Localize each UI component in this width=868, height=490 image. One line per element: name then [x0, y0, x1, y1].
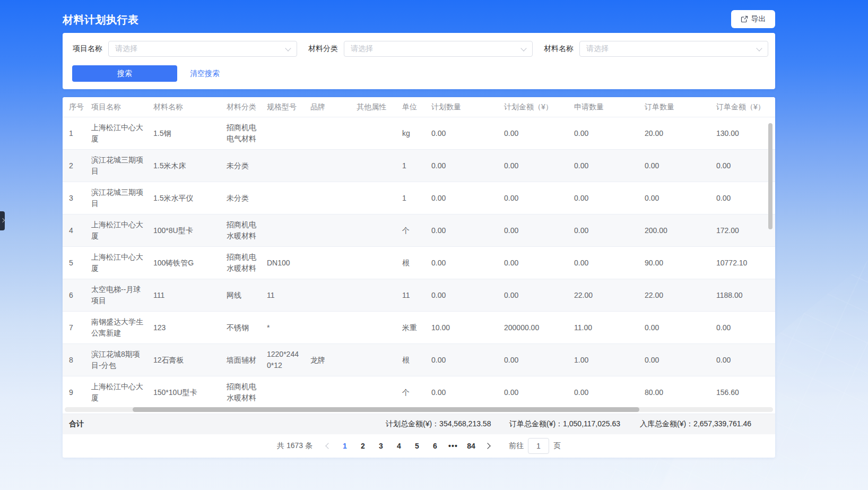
table-cell	[304, 182, 350, 214]
table-cell: 未分类	[220, 150, 261, 182]
table-cell	[350, 150, 396, 182]
table-viewport: 序号项目名称材料名称材料分类规格型号品牌其他属性单位计划数量计划金额（¥）申请数…	[63, 97, 775, 406]
data-table-card: 序号项目名称材料名称材料分类规格型号品牌其他属性单位计划数量计划金额（¥）申请数…	[63, 97, 775, 458]
table-cell: 网线	[220, 279, 261, 312]
column-header: 计划数量	[425, 97, 498, 117]
select-placeholder: 请选择	[109, 44, 137, 54]
table-cell: 150*10U型卡	[147, 376, 220, 407]
table-cell: 111	[147, 279, 220, 312]
pagination-next-button[interactable]	[480, 439, 495, 453]
filter-select[interactable]: 请选择	[579, 41, 768, 57]
table-cell: 1.5米木床	[147, 150, 220, 182]
filter-select[interactable]: 请选择	[344, 41, 533, 57]
table-cell: 200000.00	[498, 312, 568, 344]
pagination-more[interactable]: •••	[446, 439, 461, 453]
clear-search-link[interactable]: 清空搜索	[190, 69, 220, 79]
table-row: 9上海松江中心大厦150*10U型卡招商机电水暖材料个0.000.000.008…	[63, 376, 775, 407]
summary-bar: 合计 计划总金额(¥)：354,568,213.58 订单总金额(¥)：1,05…	[63, 414, 775, 434]
table-cell: 0.00	[498, 117, 568, 150]
table-cell: 6	[63, 279, 85, 312]
export-button[interactable]: 导出	[731, 10, 775, 28]
column-header: 序号	[63, 97, 85, 117]
vertical-scrollbar[interactable]	[768, 123, 772, 229]
table-cell: 龙牌	[304, 344, 350, 376]
table-cell: 太空电梯--月球项目	[85, 279, 147, 312]
drawer-handle[interactable]	[0, 211, 5, 230]
table-cell: 0.00	[568, 182, 638, 214]
table-cell: 上海松江中心大厦	[85, 247, 147, 279]
table-cell: 招商机电水暖材料	[220, 247, 261, 279]
column-header: 申请数量	[568, 97, 638, 117]
table-cell: 上海松江中心大厦	[85, 117, 147, 150]
table-cell	[350, 247, 396, 279]
table-row: 6太空电梯--月球项目111网线11110.000.0022.0022.0011…	[63, 279, 775, 312]
table-cell: 0.00	[710, 182, 775, 214]
select-placeholder: 请选择	[580, 44, 609, 54]
goto-page-input[interactable]	[528, 438, 549, 454]
select-placeholder: 请选择	[344, 44, 373, 54]
column-header: 品牌	[304, 97, 350, 117]
table-cell: 123	[147, 312, 220, 344]
table-cell	[304, 312, 350, 344]
table-cell	[350, 214, 396, 247]
table-cell: 11	[261, 279, 304, 312]
table-cell: 1188.00	[710, 279, 775, 312]
column-header: 订单数量	[638, 97, 710, 117]
pagination-page-5[interactable]: 5	[410, 439, 424, 453]
pagination-page-4[interactable]: 4	[392, 439, 406, 453]
table-cell: 1.00	[568, 344, 638, 376]
table-cell: DN100	[261, 247, 304, 279]
table-row: 4上海松江中心大厦100*8U型卡招商机电水暖材料个0.000.000.0020…	[63, 214, 775, 247]
table-cell: 0.00	[568, 150, 638, 182]
table-row: 3滨江花城三期项目1.5米水平仪未分类10.000.000.000.000.00	[63, 182, 775, 214]
table-cell: 1.5米水平仪	[147, 182, 220, 214]
table-cell: 10.00	[425, 312, 498, 344]
table-cell: 5	[63, 247, 85, 279]
table-cell: 招商机电水暖材料	[220, 376, 261, 407]
filter-panel: 项目名称 请选择 材料分类 请选择 材料名称 请选择 搜索 清空搜索	[63, 33, 775, 89]
goto-suffix: 页	[553, 441, 561, 451]
pagination-page-3[interactable]: 3	[374, 439, 388, 453]
chevron-left-icon	[325, 443, 331, 449]
search-button[interactable]: 搜索	[72, 65, 177, 82]
material-plan-page: 材料计划执行表 导出 项目名称 请选择 材料分类 请选择 材料名称 请选择 搜索	[0, 0, 868, 490]
pagination-goto: 前往 页	[509, 438, 561, 454]
horizontal-scrollbar[interactable]	[63, 406, 775, 414]
pagination-page-1[interactable]: 1	[337, 439, 352, 453]
table-cell: 招商机电电气材料	[220, 117, 261, 150]
table-cell: 0.00	[710, 344, 775, 376]
table-cell	[350, 376, 396, 407]
table-cell: 11	[396, 279, 425, 312]
table-cell: 南钢盛达大学生公寓新建	[85, 312, 147, 344]
table-cell: *	[261, 312, 304, 344]
table-cell	[261, 117, 304, 150]
pagination-prev-button[interactable]	[321, 439, 336, 453]
pagination-page-2[interactable]: 2	[355, 439, 370, 453]
table-cell: 滨江花城三期项目	[85, 182, 147, 214]
table-cell: 1.5钢	[147, 117, 220, 150]
filter-select[interactable]: 请选择	[108, 41, 297, 57]
pagination-page-84[interactable]: 84	[464, 439, 479, 453]
table-cell	[304, 214, 350, 247]
table-cell: 0.00	[498, 376, 568, 407]
table-cell	[350, 279, 396, 312]
table-cell: 0.00	[425, 150, 498, 182]
table-cell: 9	[63, 376, 85, 407]
summary-inbound-total: 入库总金额(¥)：2,657,339,761.46	[640, 419, 751, 429]
scrollbar-thumb[interactable]	[133, 407, 639, 412]
pagination-page-6[interactable]: 6	[428, 439, 442, 453]
table-cell: 0.00	[498, 182, 568, 214]
table-cell: 0.00	[498, 279, 568, 312]
table-cell: 10772.10	[710, 247, 775, 279]
chevron-down-icon	[285, 45, 291, 51]
table-cell: 11.00	[568, 312, 638, 344]
table-cell: 0.00	[568, 214, 638, 247]
table-cell	[304, 247, 350, 279]
table-header-row: 序号项目名称材料名称材料分类规格型号品牌其他属性单位计划数量计划金额（¥）申请数…	[63, 97, 775, 117]
column-header: 材料名称	[147, 97, 220, 117]
table-row: 5上海松江中心大厦100铸铁管G招商机电水暖材料DN100根0.000.000.…	[63, 247, 775, 279]
table-cell	[350, 117, 396, 150]
column-header: 项目名称	[85, 97, 147, 117]
material-plan-table: 序号项目名称材料名称材料分类规格型号品牌其他属性单位计划数量计划金额（¥）申请数…	[63, 97, 775, 406]
chevron-down-icon	[756, 45, 762, 51]
